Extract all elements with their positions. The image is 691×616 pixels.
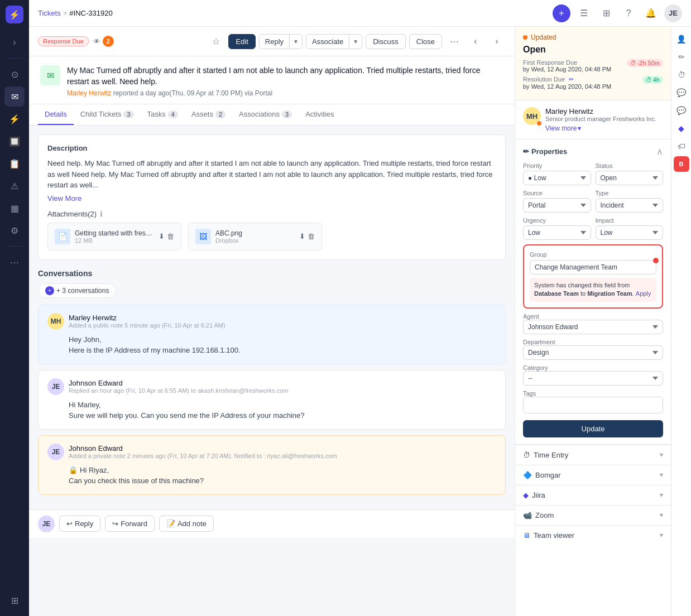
bomgar-icon: 🔷 bbox=[523, 471, 532, 479]
delete-icon-2[interactable]: 🗑 bbox=[308, 232, 315, 240]
reply-button[interactable]: Reply bbox=[260, 35, 290, 49]
download-icon-1[interactable]: ⬇ bbox=[159, 232, 165, 240]
apply-link[interactable]: Apply bbox=[636, 290, 651, 297]
type-select[interactable]: Incident bbox=[596, 198, 664, 213]
department-field: Department Design bbox=[523, 339, 663, 360]
download-icon-2[interactable]: ⬇ bbox=[299, 232, 305, 240]
right-icon-message-green[interactable]: 💬 bbox=[674, 103, 689, 118]
help-button[interactable]: ? bbox=[620, 4, 637, 22]
ticket-header-actions: ☆ Edit Reply ▼ Associate ▼ Discuss Close… bbox=[207, 32, 506, 50]
conv-meta-3: Added a private note 2 minutes ago (Fri,… bbox=[69, 453, 337, 459]
category-select[interactable]: -- bbox=[523, 371, 663, 386]
nav-icon-settings[interactable]: ⚙ bbox=[4, 220, 25, 240]
nav-icon-apps[interactable]: ⋯ bbox=[4, 252, 25, 272]
team-viewer-header[interactable]: 🖥 Team viewer ▾ bbox=[523, 531, 663, 540]
view-more-link[interactable]: View More bbox=[47, 194, 81, 203]
nav-icon-grid[interactable]: ⊞ bbox=[4, 590, 25, 610]
nav-icon-home[interactable]: ⊙ bbox=[4, 64, 25, 84]
tab-associations[interactable]: Associations 3 bbox=[232, 104, 299, 125]
right-icon-person[interactable]: 👤 bbox=[674, 31, 689, 47]
priority-field: Priority ● Low bbox=[523, 162, 591, 185]
nav-icon-tickets[interactable]: ✉ bbox=[4, 86, 25, 107]
conv-author-info-3: Johnson Edward Added a private note 2 mi… bbox=[69, 444, 337, 459]
prev-ticket-button[interactable]: ‹ bbox=[467, 32, 484, 50]
breadcrumb-tickets[interactable]: Tickets bbox=[38, 9, 61, 17]
associate-button[interactable]: Associate bbox=[306, 35, 349, 49]
reply-icon: ↩ bbox=[66, 519, 73, 528]
conversation-2: JE Johnson Edward Replied an hour ago (F… bbox=[38, 370, 506, 430]
tab-assets[interactable]: Assets 2 bbox=[185, 104, 232, 125]
lock-icon: 🔒 bbox=[69, 466, 78, 474]
nav-icon-collapse[interactable]: › bbox=[4, 32, 25, 52]
tab-activities-label: Activities bbox=[305, 110, 334, 118]
group-select[interactable]: Change Management Team bbox=[530, 260, 656, 275]
attachment-info-1: Getting started with freshser-vice porta… bbox=[75, 229, 154, 244]
right-icon-orange-square[interactable]: B bbox=[674, 156, 689, 172]
impact-select[interactable]: Low bbox=[596, 225, 664, 240]
status-select[interactable]: Open bbox=[596, 171, 664, 185]
conversation-3: JE Johnson Edward Added a private note 2… bbox=[38, 435, 506, 495]
add-note-button-bar[interactable]: 📝 Add note bbox=[159, 516, 214, 532]
nav-icon-solutions[interactable]: ⚡ bbox=[4, 109, 25, 129]
time-entry-label: Time Entry bbox=[534, 451, 568, 459]
nav-icon-assets[interactable]: 🔲 bbox=[4, 131, 25, 151]
discuss-button[interactable]: Discuss bbox=[366, 34, 406, 49]
view-more-contact-btn[interactable]: View more ▾ bbox=[545, 124, 663, 132]
more-conversations-btn[interactable]: + + 3 conversations bbox=[38, 283, 116, 298]
nav-logo[interactable]: ⚡ bbox=[6, 6, 23, 23]
nav-icon-projects[interactable]: 📋 bbox=[4, 153, 25, 174]
tab-child-tickets-label: Child Tickets bbox=[80, 110, 122, 118]
tags-input[interactable] bbox=[523, 397, 663, 413]
tab-child-tickets[interactable]: Child Tickets 3 bbox=[74, 104, 141, 125]
list-view-button[interactable]: ☰ bbox=[575, 4, 593, 22]
edit-properties-icon: ✏ bbox=[523, 147, 529, 156]
conv-body-2: Hi Marley,Sure we will help you. Can you… bbox=[47, 400, 496, 421]
right-icon-edit[interactable]: ✏ bbox=[674, 49, 689, 65]
next-ticket-button[interactable]: › bbox=[488, 32, 506, 50]
conversations-title: Conversations bbox=[38, 269, 506, 278]
right-icon-diamond[interactable]: ◆ bbox=[674, 121, 689, 136]
agent-label: Agent bbox=[523, 313, 663, 320]
conversation-1: MH Marley Herwitz Added a public note 5 … bbox=[38, 305, 506, 364]
department-select[interactable]: Design bbox=[523, 345, 663, 360]
close-ticket-button[interactable]: Close bbox=[409, 34, 442, 49]
grid-view-button[interactable]: ⊞ bbox=[597, 4, 615, 22]
zoom-label: Zoom bbox=[535, 511, 554, 519]
edit-button[interactable]: Edit bbox=[228, 34, 255, 49]
more-conversations-label: + 3 conversations bbox=[56, 287, 109, 295]
nav-icon-reports[interactable]: ⚠ bbox=[4, 176, 25, 196]
priority-select[interactable]: ● Low bbox=[523, 171, 591, 185]
reply-dropdown-arrow[interactable]: ▼ bbox=[290, 35, 302, 49]
resolution-due-row: Resolution Due ✏ by Wed, 12 Aug 2020, 04… bbox=[523, 76, 663, 90]
urgency-select[interactable]: Low bbox=[523, 225, 591, 240]
bomgar-header[interactable]: 🔷 Bomgar ▾ bbox=[523, 471, 663, 479]
add-button[interactable]: + bbox=[553, 4, 570, 22]
jiira-header[interactable]: ◆ Jiira ▾ bbox=[523, 491, 663, 499]
nav-icon-dashboard[interactable]: ▦ bbox=[4, 198, 25, 218]
contact-row: MH Marley Herwitz Senior product manager… bbox=[523, 107, 663, 132]
right-icon-tag[interactable]: 🏷 bbox=[674, 138, 689, 154]
resolution-due-info: Resolution Due ✏ by Wed, 12 Aug 2020, 04… bbox=[523, 76, 611, 90]
forward-button-bar[interactable]: ↪ Forward bbox=[105, 516, 155, 532]
time-entry-header[interactable]: ⏱ Time Entry ▾ bbox=[523, 451, 663, 459]
user-avatar[interactable]: JE bbox=[664, 4, 682, 22]
delete-icon-1[interactable]: 🗑 bbox=[167, 232, 174, 240]
right-icon-message-blue[interactable]: 💬 bbox=[674, 85, 689, 100]
tab-details[interactable]: Details bbox=[38, 104, 74, 125]
collapse-properties-icon[interactable]: ∧ bbox=[656, 146, 663, 157]
notification-button[interactable]: 🔔 bbox=[642, 4, 660, 22]
star-button[interactable]: ☆ bbox=[207, 32, 225, 50]
agent-select[interactable]: Johnson Edward bbox=[523, 320, 663, 334]
tab-activities[interactable]: Activities bbox=[299, 104, 340, 125]
reply-button-bar[interactable]: ↩ Reply bbox=[59, 516, 100, 532]
update-button[interactable]: Update bbox=[523, 420, 663, 437]
more-options-button[interactable]: ⋯ bbox=[445, 32, 463, 50]
edit-icon[interactable]: ✏ bbox=[569, 76, 574, 83]
associate-dropdown-arrow[interactable]: ▼ bbox=[349, 35, 362, 49]
tab-tasks[interactable]: Tasks 4 bbox=[141, 104, 185, 125]
zoom-header[interactable]: 📹 Zoom ▾ bbox=[523, 511, 663, 519]
right-side-icons: 👤 ✏ ⏱ 💬 💬 ◆ 🏷 B bbox=[671, 27, 691, 616]
right-icon-clock[interactable]: ⏱ bbox=[674, 67, 689, 83]
source-select[interactable]: Portal bbox=[523, 198, 591, 213]
properties-section: ✏ Properties ∧ Priority ● Low Status bbox=[515, 139, 671, 445]
